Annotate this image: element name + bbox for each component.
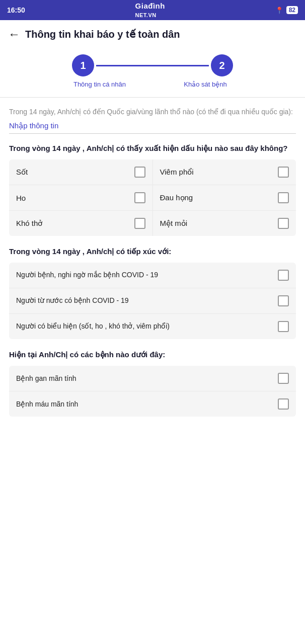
contact-text-1: Người bệnh, nghi ngờ mắc bệnh COVID - 19 [16,270,278,280]
disease-checkbox-2[interactable] [278,398,289,410]
country-input[interactable]: Nhập thông tin [9,121,296,134]
app-name: Giađình [135,2,165,10]
disease-question: Hiện tại Anh/Chị có các bệnh nào dưới đâ… [9,349,296,360]
symptom-label-dauhong: Đau họng [160,193,193,202]
page-title: Thông tin khai báo y tế toàn dân [25,28,297,41]
symptom-cell-metmoi: Mệt mỏi [153,211,296,236]
contact-item-2: Người từ nước có bệnh COVID - 19 [9,288,296,314]
back-button[interactable]: ← [8,27,20,41]
step-indicator: 1 2 Thông tin cá nhân Khảo sát bệnh [0,46,305,93]
symptom-cell-dauhong: Đau họng [153,185,296,210]
step-2-circle[interactable]: 2 [211,54,233,76]
symptom-checkbox-khotho[interactable] [134,218,145,229]
app-name-sub: NET.VN [135,12,157,18]
symptom-checkbox-metmoi[interactable] [278,218,289,229]
contact-section: Trong vòng 14 ngày , Anh/chị có tiếp xúc… [9,246,296,339]
disease-item-1: Bệnh gan mãn tính [9,366,296,391]
symptom-checkbox-dauhong[interactable] [278,192,289,203]
disease-checkbox-1[interactable] [278,373,289,384]
disease-text-2: Bệnh máu mãn tính [16,400,278,408]
symptom-checkbox-ho[interactable] [134,192,145,203]
symptom-cell-ho: Ho [9,185,153,210]
disease-list: Bệnh gan mãn tính Bệnh máu mãn tính [9,366,296,417]
symptom-label-sot: Sốt [16,168,28,177]
disease-item-2: Bệnh máu mãn tính [9,391,296,417]
symptoms-question: Trong vòng 14 ngày , Anh/chị có thấy xuấ… [9,143,296,153]
symptom-label-metmoi: Mệt mỏi [160,219,188,228]
contact-question: Trong vòng 14 ngày , Anh/chị có tiếp xúc… [9,246,296,257]
step-1-label: Thông tin cá nhân [67,80,132,88]
symptom-label-viempho: Viêm phổi [160,168,194,177]
symptom-checkbox-sot[interactable] [134,167,145,178]
contact-text-3: Người có biểu hiện (sốt, ho , khó thở, v… [16,321,278,332]
status-icons: 📍 82 [275,6,298,14]
symptom-row-1: Sốt Viêm phổi [9,159,296,185]
country-question-text: Trong 14 ngày, Anh/chị có đến Quốc gia/v… [9,107,296,117]
step-line [96,65,209,66]
symptom-cell-viempho: Viêm phổi [153,159,296,185]
contact-list: Người bệnh, nghi ngờ mắc bệnh COVID - 19… [9,263,296,339]
contact-item-1: Người bệnh, nghi ngờ mắc bệnh COVID - 19 [9,263,296,288]
symptom-grid: Sốt Viêm phổi Ho Đau họng Khó thở [9,159,296,236]
battery-badge: 82 [286,6,298,14]
contact-text-2: Người từ nước có bệnh COVID - 19 [16,296,278,306]
main-content: Trong 14 ngày, Anh/chị có đến Quốc gia/v… [0,98,305,417]
contact-item-3: Người có biểu hiện (sốt, ho , khó thở, v… [9,314,296,339]
contact-checkbox-2[interactable] [278,295,289,306]
symptom-label-khotho: Khó thở [16,219,42,228]
status-bar: 16:50 Giađình NET.VN 📍 82 [0,0,305,20]
contact-checkbox-3[interactable] [278,321,289,332]
status-time: 16:50 [7,6,25,14]
symptom-row-2: Ho Đau họng [9,185,296,211]
location-icon: 📍 [275,7,283,14]
symptom-cell-sot: Sốt [9,159,153,185]
step-2-label: Khảo sát bệnh [173,80,238,88]
symptom-row-3: Khó thở Mệt mỏi [9,211,296,236]
symptom-cell-khotho: Khó thở [9,211,153,236]
disease-text-1: Bệnh gan mãn tính [16,374,278,382]
page-header: ← Thông tin khai báo y tế toàn dân [0,20,305,46]
app-logo: Giađình NET.VN [135,2,165,19]
contact-checkbox-1[interactable] [278,270,289,281]
step-1-circle[interactable]: 1 [72,54,94,76]
symptom-checkbox-viempho[interactable] [278,167,289,178]
disease-section: Hiện tại Anh/Chị có các bệnh nào dưới đâ… [9,349,296,417]
symptom-label-ho: Ho [16,194,26,202]
